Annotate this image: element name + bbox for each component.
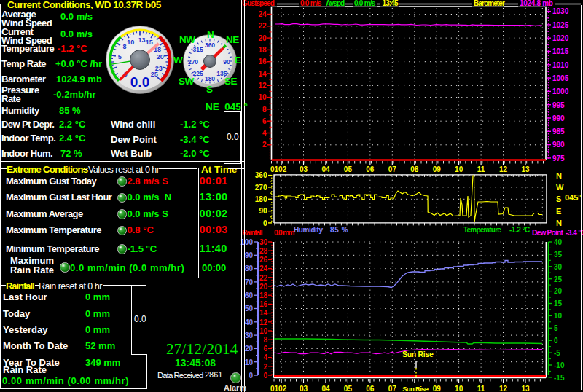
svg-text:180: 180 <box>255 195 267 203</box>
svg-text:N: N <box>556 171 562 180</box>
svg-text:06: 06 <box>366 165 375 173</box>
svg-text:1024.8 mb: 1024.8 mb <box>520 0 553 7</box>
svg-text:11: 11 <box>477 165 485 173</box>
svg-text:0.0 m/s: 0.0 m/s <box>300 0 322 7</box>
svg-text:10: 10 <box>245 358 254 366</box>
svg-text:03: 03 <box>300 385 308 392</box>
svg-text:10: 10 <box>127 39 134 46</box>
svg-text:22: 22 <box>259 274 268 282</box>
svg-text:0: 0 <box>263 219 267 227</box>
svg-text:Dew Point: Dew Point <box>532 229 563 237</box>
svg-text:6: 6 <box>263 345 267 353</box>
svg-text:W: W <box>556 183 564 192</box>
svg-text:05: 05 <box>344 165 353 173</box>
svg-text:35: 35 <box>554 251 563 259</box>
svg-text:360: 360 <box>205 42 215 49</box>
svg-text:20: 20 <box>157 53 164 60</box>
svg-text:70: 70 <box>245 278 254 286</box>
svg-text:09: 09 <box>433 165 442 173</box>
svg-text:Temperature: Temperature <box>463 226 501 234</box>
svg-text:16: 16 <box>258 58 267 66</box>
svg-text:225: 225 <box>193 70 203 77</box>
svg-text:0: 0 <box>249 372 253 380</box>
svg-text:50: 50 <box>245 305 254 313</box>
svg-text:90: 90 <box>245 251 254 259</box>
svg-text:30: 30 <box>259 238 268 246</box>
svg-text:10: 10 <box>455 385 463 392</box>
svg-text:0.0: 0.0 <box>130 74 149 90</box>
svg-text:6: 6 <box>262 117 267 125</box>
svg-text:20: 20 <box>258 34 267 42</box>
svg-text:04: 04 <box>321 385 330 392</box>
svg-text:03: 03 <box>300 165 308 173</box>
svg-text:12: 12 <box>499 385 508 392</box>
svg-text:0.0 mm: 0.0 mm <box>274 229 295 237</box>
svg-text:8: 8 <box>122 43 126 50</box>
svg-text:Avspd: Avspd <box>326 0 345 7</box>
svg-text:0: 0 <box>263 372 267 380</box>
svg-text:Barometer: Barometer <box>474 0 505 7</box>
svg-text:12: 12 <box>258 82 267 90</box>
svg-text:26: 26 <box>259 256 268 264</box>
svg-text:980: 980 <box>552 141 565 149</box>
svg-text:13: 13 <box>521 165 530 173</box>
svg-text:13: 13 <box>138 36 146 44</box>
svg-text:1030: 1030 <box>552 7 569 15</box>
svg-text:08: 08 <box>410 165 419 173</box>
svg-text:85 %: 85 % <box>330 226 348 234</box>
svg-text:07: 07 <box>388 165 397 173</box>
svg-text:0102: 0102 <box>270 385 287 392</box>
svg-text:4: 4 <box>263 353 267 361</box>
svg-text:25: 25 <box>554 275 563 283</box>
svg-text:4: 4 <box>262 129 267 137</box>
svg-text:25: 25 <box>151 71 158 78</box>
svg-text:13: 13 <box>521 385 530 392</box>
svg-text:14: 14 <box>259 309 268 317</box>
svg-text:90: 90 <box>223 58 230 66</box>
svg-text:10: 10 <box>554 312 563 320</box>
svg-text:05: 05 <box>344 385 353 392</box>
svg-text:2: 2 <box>263 363 267 371</box>
svg-text:180: 180 <box>205 75 215 82</box>
svg-text:995: 995 <box>552 101 565 109</box>
svg-text:8: 8 <box>263 336 267 344</box>
svg-text:0102: 0102 <box>270 165 287 173</box>
svg-text:2: 2 <box>262 141 267 149</box>
svg-text:-15: -15 <box>554 374 565 382</box>
svg-text:24: 24 <box>258 10 267 18</box>
svg-text:Sun Rise: Sun Rise <box>402 385 428 392</box>
svg-text:10: 10 <box>259 327 268 335</box>
svg-text:1015: 1015 <box>552 47 569 55</box>
svg-text:18: 18 <box>258 46 267 54</box>
svg-text:1010: 1010 <box>552 61 569 69</box>
svg-text:1005: 1005 <box>552 74 569 82</box>
svg-text:360: 360 <box>255 171 267 179</box>
svg-text:1020: 1020 <box>552 34 569 42</box>
svg-text:13:45: 13:45 <box>383 0 399 7</box>
svg-text:40: 40 <box>245 318 254 326</box>
svg-text:80: 80 <box>245 264 254 273</box>
svg-text:N: N <box>556 219 562 227</box>
svg-text:990: 990 <box>552 114 565 122</box>
svg-text:16: 16 <box>259 300 268 308</box>
svg-text:5: 5 <box>554 324 558 332</box>
svg-text:15: 15 <box>554 299 563 307</box>
svg-text:04: 04 <box>321 165 330 173</box>
svg-text:045°: 045° <box>565 193 582 202</box>
svg-text:15: 15 <box>146 39 153 46</box>
svg-text:24: 24 <box>259 264 268 273</box>
svg-text:10: 10 <box>455 165 463 173</box>
svg-text:40: 40 <box>554 238 563 246</box>
svg-text:270: 270 <box>255 184 267 192</box>
svg-text:-10: -10 <box>554 361 565 369</box>
svg-text:30: 30 <box>554 263 563 271</box>
svg-text:09: 09 <box>433 385 442 392</box>
svg-text:07: 07 <box>388 385 397 392</box>
svg-text:10: 10 <box>258 93 267 101</box>
svg-text:22: 22 <box>258 22 267 30</box>
svg-text:-5: -5 <box>554 349 560 357</box>
svg-text:06: 06 <box>366 385 375 392</box>
svg-text:Humidity: Humidity <box>294 226 323 234</box>
svg-text:315: 315 <box>193 46 203 53</box>
svg-text:90: 90 <box>259 207 267 215</box>
